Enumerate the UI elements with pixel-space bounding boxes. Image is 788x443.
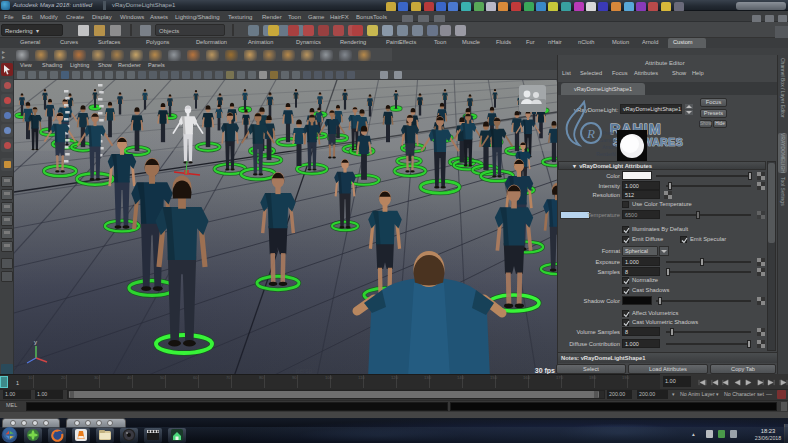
svg-text:y: y <box>34 339 37 345</box>
